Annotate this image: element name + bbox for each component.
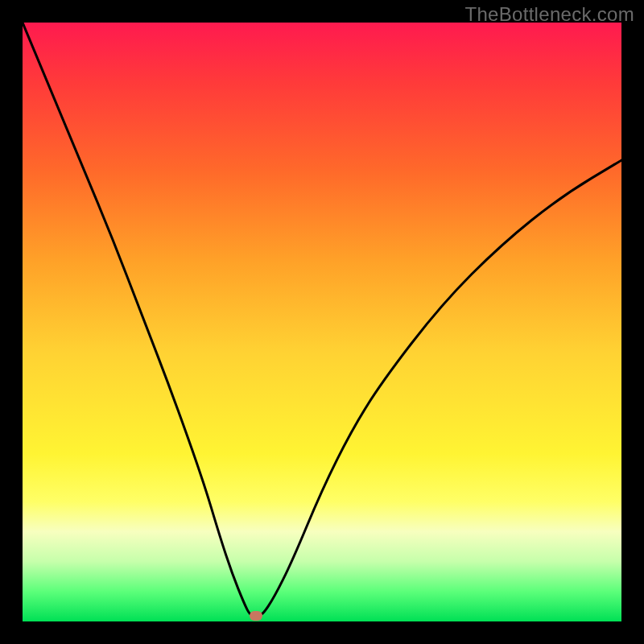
- bottleneck-curve: [23, 23, 621, 621]
- optimal-point-marker: [250, 611, 262, 621]
- chart-frame: TheBottleneck.com: [0, 0, 644, 644]
- plot-area: [23, 23, 621, 621]
